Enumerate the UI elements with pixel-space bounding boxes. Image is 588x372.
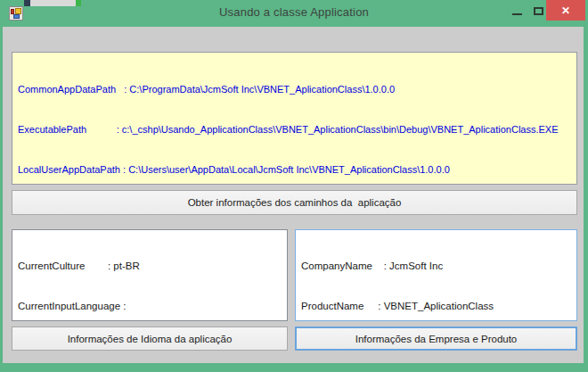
close-icon: ✕ xyxy=(561,4,570,17)
language-line: CurrentInputLanguage : xyxy=(18,300,282,313)
language-line: CurrentCulture : pt-BR xyxy=(18,260,282,273)
company-line: CompanyName : JcmSoft Inc xyxy=(301,260,571,273)
path-line: LocalUserAppDataPath : C:\Users\user\App… xyxy=(18,163,571,177)
language-textbox[interactable]: CurrentCulture : pt-BR CurrentInputLangu… xyxy=(12,229,288,321)
maximize-icon xyxy=(534,7,543,15)
get-paths-button[interactable]: Obter informações dos caminhos da aplica… xyxy=(12,190,577,215)
path-line: CommonAppDataPath : C:\ProgramData\JcmSo… xyxy=(18,83,571,96)
window-title: Usando a classe Application xyxy=(0,5,588,19)
company-textbox[interactable]: CompanyName : JcmSoft Inc ProductName : … xyxy=(295,229,577,321)
close-button[interactable]: ✕ xyxy=(546,0,585,21)
client-area: CommonAppDataPath : C:\ProgramData\JcmSo… xyxy=(3,27,584,363)
company-info-button[interactable]: Informações da Empresa e Produto xyxy=(295,327,577,351)
minimize-button[interactable] xyxy=(506,0,527,21)
minimize-icon xyxy=(512,13,522,15)
company-line: ProductName : VBNET_AplicationClass xyxy=(301,300,571,313)
titlebar[interactable]: Usando a classe Application ✕ xyxy=(0,0,588,27)
path-line: ExecutablePath : c:\_cshp\Usando_Applica… xyxy=(18,123,571,136)
paths-textbox[interactable]: CommonAppDataPath : C:\ProgramData\JcmSo… xyxy=(12,52,577,185)
app-window: Usando a classe Application ✕ CommonAppD… xyxy=(0,0,588,372)
language-info-button[interactable]: Informações de Idioma da aplicação xyxy=(12,327,288,351)
